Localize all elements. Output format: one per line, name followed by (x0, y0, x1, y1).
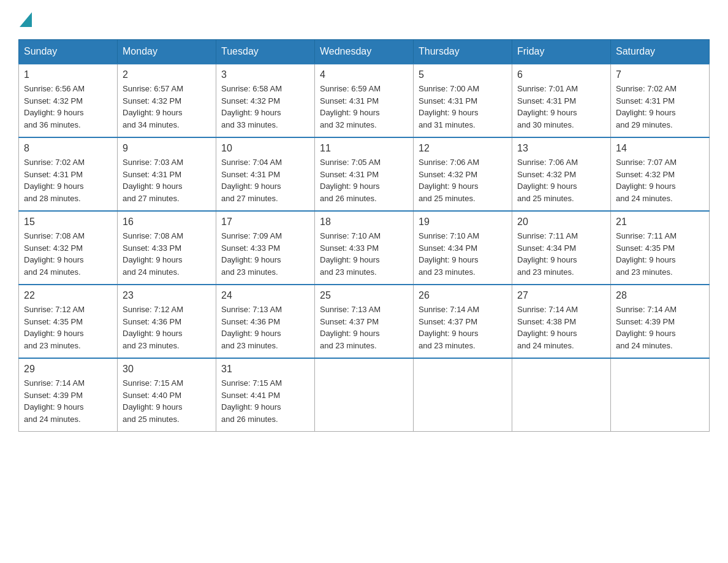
day-info: Sunrise: 7:15 AM Sunset: 4:40 PM Dayligh… (123, 377, 211, 425)
column-header-wednesday: Wednesday (315, 40, 414, 64)
column-header-saturday: Saturday (611, 40, 710, 64)
week-row-4: 22 Sunrise: 7:12 AM Sunset: 4:35 PM Dayl… (19, 285, 710, 358)
calendar-cell: 19 Sunrise: 7:10 AM Sunset: 4:34 PM Dayl… (414, 211, 512, 285)
day-info: Sunrise: 7:14 AM Sunset: 4:39 PM Dayligh… (616, 304, 704, 351)
day-number: 12 (419, 143, 507, 154)
day-info: Sunrise: 7:14 AM Sunset: 4:39 PM Dayligh… (24, 377, 112, 425)
day-number: 13 (517, 143, 605, 154)
day-number: 29 (24, 364, 112, 375)
day-info: Sunrise: 7:05 AM Sunset: 4:31 PM Dayligh… (320, 156, 408, 204)
day-info: Sunrise: 7:10 AM Sunset: 4:33 PM Dayligh… (320, 230, 408, 278)
day-info: Sunrise: 7:01 AM Sunset: 4:31 PM Dayligh… (517, 83, 605, 131)
day-info: Sunrise: 7:11 AM Sunset: 4:34 PM Dayligh… (517, 230, 605, 278)
calendar-cell: 17 Sunrise: 7:09 AM Sunset: 4:33 PM Dayl… (216, 211, 315, 285)
calendar-cell: 31 Sunrise: 7:15 AM Sunset: 4:41 PM Dayl… (216, 358, 315, 432)
day-info: Sunrise: 7:09 AM Sunset: 4:33 PM Dayligh… (221, 230, 309, 278)
logo (18, 12, 32, 27)
calendar-cell (315, 358, 414, 432)
day-info: Sunrise: 6:57 AM Sunset: 4:32 PM Dayligh… (123, 83, 211, 131)
day-info: Sunrise: 7:14 AM Sunset: 4:37 PM Dayligh… (419, 304, 507, 351)
calendar-cell: 5 Sunrise: 7:00 AM Sunset: 4:31 PM Dayli… (414, 64, 512, 137)
day-info: Sunrise: 7:13 AM Sunset: 4:36 PM Dayligh… (221, 304, 309, 351)
day-info: Sunrise: 6:58 AM Sunset: 4:32 PM Dayligh… (221, 83, 309, 131)
day-number: 23 (123, 290, 211, 301)
day-number: 22 (24, 290, 112, 301)
calendar-cell: 21 Sunrise: 7:11 AM Sunset: 4:35 PM Dayl… (611, 211, 710, 285)
calendar-cell: 28 Sunrise: 7:14 AM Sunset: 4:39 PM Dayl… (611, 285, 710, 358)
calendar-cell: 14 Sunrise: 7:07 AM Sunset: 4:32 PM Dayl… (611, 137, 710, 211)
day-number: 16 (123, 216, 211, 228)
day-number: 14 (616, 143, 704, 154)
calendar-cell: 12 Sunrise: 7:06 AM Sunset: 4:32 PM Dayl… (414, 137, 512, 211)
day-info: Sunrise: 7:08 AM Sunset: 4:33 PM Dayligh… (123, 230, 211, 278)
day-number: 6 (517, 69, 605, 80)
calendar-header-row: SundayMondayTuesdayWednesdayThursdayFrid… (19, 40, 710, 64)
calendar-table: SundayMondayTuesdayWednesdayThursdayFrid… (18, 39, 710, 432)
day-number: 28 (616, 290, 704, 301)
calendar-cell: 9 Sunrise: 7:03 AM Sunset: 4:31 PM Dayli… (118, 137, 216, 211)
day-info: Sunrise: 7:03 AM Sunset: 4:31 PM Dayligh… (123, 156, 211, 204)
logo-blue-part (18, 12, 32, 27)
day-info: Sunrise: 7:00 AM Sunset: 4:31 PM Dayligh… (419, 83, 507, 131)
calendar-cell: 3 Sunrise: 6:58 AM Sunset: 4:32 PM Dayli… (216, 64, 315, 137)
calendar-cell: 20 Sunrise: 7:11 AM Sunset: 4:34 PM Dayl… (512, 211, 611, 285)
calendar-cell: 2 Sunrise: 6:57 AM Sunset: 4:32 PM Dayli… (118, 64, 216, 137)
column-header-thursday: Thursday (414, 40, 512, 64)
day-number: 5 (419, 69, 507, 80)
calendar-cell: 13 Sunrise: 7:06 AM Sunset: 4:32 PM Dayl… (512, 137, 611, 211)
day-number: 27 (517, 290, 605, 301)
day-info: Sunrise: 7:15 AM Sunset: 4:41 PM Dayligh… (221, 377, 309, 425)
calendar-cell: 30 Sunrise: 7:15 AM Sunset: 4:40 PM Dayl… (118, 358, 216, 432)
column-header-monday: Monday (118, 40, 216, 64)
day-info: Sunrise: 7:12 AM Sunset: 4:35 PM Dayligh… (24, 304, 112, 351)
day-info: Sunrise: 6:56 AM Sunset: 4:32 PM Dayligh… (24, 83, 112, 131)
calendar-cell: 26 Sunrise: 7:14 AM Sunset: 4:37 PM Dayl… (414, 285, 512, 358)
calendar-cell: 11 Sunrise: 7:05 AM Sunset: 4:31 PM Dayl… (315, 137, 414, 211)
day-number: 21 (616, 216, 704, 228)
day-info: Sunrise: 6:59 AM Sunset: 4:31 PM Dayligh… (320, 83, 408, 131)
calendar-body: 1 Sunrise: 6:56 AM Sunset: 4:32 PM Dayli… (19, 64, 710, 432)
column-header-sunday: Sunday (19, 40, 118, 64)
calendar-cell: 25 Sunrise: 7:13 AM Sunset: 4:37 PM Dayl… (315, 285, 414, 358)
page-header (18, 12, 710, 27)
column-header-tuesday: Tuesday (216, 40, 315, 64)
day-info: Sunrise: 7:07 AM Sunset: 4:32 PM Dayligh… (616, 156, 704, 204)
calendar-cell: 22 Sunrise: 7:12 AM Sunset: 4:35 PM Dayl… (19, 285, 118, 358)
week-row-3: 15 Sunrise: 7:08 AM Sunset: 4:32 PM Dayl… (19, 211, 710, 285)
day-number: 30 (123, 364, 211, 375)
day-number: 2 (123, 69, 211, 80)
calendar-cell: 6 Sunrise: 7:01 AM Sunset: 4:31 PM Dayli… (512, 64, 611, 137)
day-info: Sunrise: 7:13 AM Sunset: 4:37 PM Dayligh… (320, 304, 408, 351)
day-number: 8 (24, 143, 112, 154)
day-number: 9 (123, 143, 211, 154)
calendar-cell (512, 358, 611, 432)
calendar-cell: 7 Sunrise: 7:02 AM Sunset: 4:31 PM Dayli… (611, 64, 710, 137)
calendar-cell (611, 358, 710, 432)
day-number: 10 (221, 143, 309, 154)
day-info: Sunrise: 7:10 AM Sunset: 4:34 PM Dayligh… (419, 230, 507, 278)
calendar-cell: 4 Sunrise: 6:59 AM Sunset: 4:31 PM Dayli… (315, 64, 414, 137)
day-info: Sunrise: 7:06 AM Sunset: 4:32 PM Dayligh… (517, 156, 605, 204)
day-info: Sunrise: 7:12 AM Sunset: 4:36 PM Dayligh… (123, 304, 211, 351)
day-number: 17 (221, 216, 309, 228)
calendar-cell: 10 Sunrise: 7:04 AM Sunset: 4:31 PM Dayl… (216, 137, 315, 211)
day-number: 7 (616, 69, 704, 80)
day-number: 15 (24, 216, 112, 228)
day-number: 25 (320, 290, 408, 301)
day-number: 18 (320, 216, 408, 228)
calendar-cell: 1 Sunrise: 6:56 AM Sunset: 4:32 PM Dayli… (19, 64, 118, 137)
day-info: Sunrise: 7:11 AM Sunset: 4:35 PM Dayligh… (616, 230, 704, 278)
calendar-cell: 15 Sunrise: 7:08 AM Sunset: 4:32 PM Dayl… (19, 211, 118, 285)
column-header-friday: Friday (512, 40, 611, 64)
week-row-2: 8 Sunrise: 7:02 AM Sunset: 4:31 PM Dayli… (19, 137, 710, 211)
calendar-cell (414, 358, 512, 432)
week-row-5: 29 Sunrise: 7:14 AM Sunset: 4:39 PM Dayl… (19, 358, 710, 432)
calendar-cell: 8 Sunrise: 7:02 AM Sunset: 4:31 PM Dayli… (19, 137, 118, 211)
day-info: Sunrise: 7:08 AM Sunset: 4:32 PM Dayligh… (24, 230, 112, 278)
week-row-1: 1 Sunrise: 6:56 AM Sunset: 4:32 PM Dayli… (19, 64, 710, 137)
day-number: 31 (221, 364, 309, 375)
day-info: Sunrise: 7:04 AM Sunset: 4:31 PM Dayligh… (221, 156, 309, 204)
calendar-cell: 27 Sunrise: 7:14 AM Sunset: 4:38 PM Dayl… (512, 285, 611, 358)
day-info: Sunrise: 7:06 AM Sunset: 4:32 PM Dayligh… (419, 156, 507, 204)
calendar-cell: 18 Sunrise: 7:10 AM Sunset: 4:33 PM Dayl… (315, 211, 414, 285)
